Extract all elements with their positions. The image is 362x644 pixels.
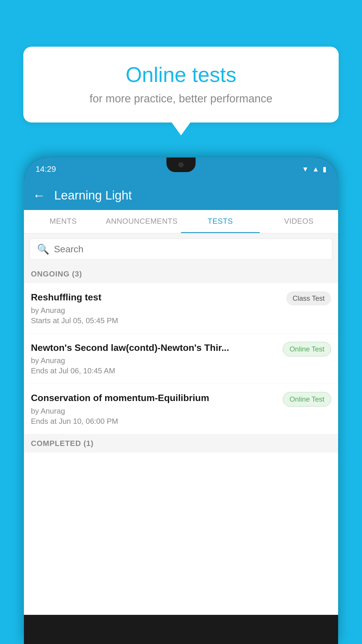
ongoing-section-title: ONGOING (3) <box>31 270 82 278</box>
test-item-1[interactable]: Reshuffling test by Anurag Starts at Jul… <box>24 283 338 334</box>
test-author-3: by Anurag <box>31 407 278 416</box>
phone-frame: 14:29 ▼ ▲ ▮ ← Learning Light MENTS ANNOU… <box>24 158 338 644</box>
completed-section-title: COMPLETED (1) <box>31 439 94 448</box>
phone-notch <box>166 158 196 172</box>
phone-screen: ← Learning Light MENTS ANNOUNCEMENTS TES… <box>24 181 338 615</box>
test-item-1-left: Reshuffling test by Anurag Starts at Jul… <box>31 291 282 325</box>
speech-bubble-title: Online tests <box>41 63 321 87</box>
test-item-3[interactable]: Conservation of momentum-Equilibrium by … <box>24 384 338 434</box>
camera-dot <box>178 162 184 167</box>
test-name-1: Reshuffling test <box>31 291 282 304</box>
search-bar[interactable]: 🔍 <box>30 239 332 260</box>
app-header-title: Learning Light <box>54 188 132 202</box>
back-button[interactable]: ← <box>33 188 45 203</box>
wifi-icon: ▼ <box>302 165 309 173</box>
speech-bubble-container: Online tests for more practice, better p… <box>23 47 339 123</box>
test-author-2: by Anurag <box>31 356 278 365</box>
test-author-1: by Anurag <box>31 306 282 315</box>
speech-bubble: Online tests for more practice, better p… <box>23 47 339 123</box>
tab-announcements[interactable]: ANNOUNCEMENTS <box>103 210 181 233</box>
tab-tests[interactable]: TESTS <box>181 210 260 233</box>
app-header: ← Learning Light <box>24 181 338 210</box>
test-name-2: Newton's Second law(contd)-Newton's Thir… <box>31 342 278 354</box>
status-time: 14:29 <box>36 164 56 174</box>
test-badge-1: Class Test <box>286 291 331 305</box>
test-badge-3: Online Test <box>283 392 331 407</box>
status-bar: 14:29 ▼ ▲ ▮ <box>24 158 338 181</box>
test-date-2: Ends at Jul 06, 10:45 AM <box>31 366 278 375</box>
search-input[interactable] <box>54 244 325 255</box>
test-item-2-left: Newton's Second law(contd)-Newton's Thir… <box>31 342 278 376</box>
ongoing-section-header: ONGOING (3) <box>24 265 338 283</box>
tab-videos[interactable]: VIDEOS <box>260 210 338 233</box>
test-date-3: Ends at Jun 10, 06:00 PM <box>31 417 278 426</box>
tab-ments[interactable]: MENTS <box>24 210 103 233</box>
test-list: Reshuffling test by Anurag Starts at Jul… <box>24 283 338 434</box>
test-badge-2: Online Test <box>283 342 331 356</box>
completed-section-header: COMPLETED (1) <box>24 434 338 453</box>
search-container: 🔍 <box>24 233 338 265</box>
search-icon: 🔍 <box>37 243 49 255</box>
test-date-1: Starts at Jul 05, 05:45 PM <box>31 316 282 325</box>
tabs-bar: MENTS ANNOUNCEMENTS TESTS VIDEOS <box>24 210 338 233</box>
test-name-3: Conservation of momentum-Equilibrium <box>31 392 278 404</box>
signal-icon: ▲ <box>312 165 319 173</box>
status-icons: ▼ ▲ ▮ <box>302 165 326 173</box>
test-item-2[interactable]: Newton's Second law(contd)-Newton's Thir… <box>24 334 338 384</box>
battery-icon: ▮ <box>323 165 326 173</box>
speech-bubble-subtitle: for more practice, better performance <box>41 92 321 105</box>
test-item-3-left: Conservation of momentum-Equilibrium by … <box>31 392 278 426</box>
